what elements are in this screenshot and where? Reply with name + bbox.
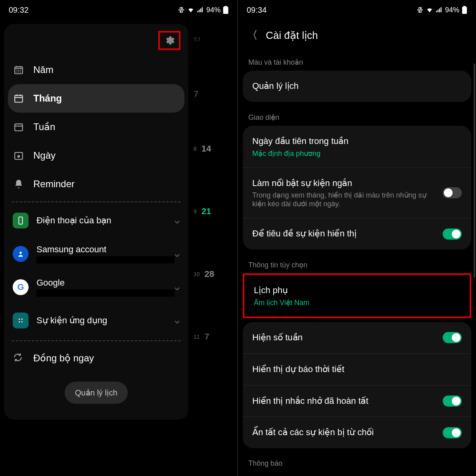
calendar-year-icon [13, 64, 25, 76]
svg-rect-0 [223, 7, 228, 14]
battery-icon [223, 6, 228, 14]
wifi-icon [426, 6, 433, 13]
chevron-down-icon: ⌵ [175, 282, 180, 292]
calendar-day-icon [13, 150, 25, 161]
setting-alt-calendar[interactable]: Lịch phụ Âm lịch Việt Nam [244, 275, 470, 317]
setting-week-number[interactable]: Hiện số tuần [243, 322, 471, 354]
sync-now[interactable]: Đồng bộ ngay [4, 343, 188, 374]
setting-first-day[interactable]: Ngày đầu tiên trong tuần Mặc định địa ph… [243, 126, 471, 168]
signal-icon [197, 6, 204, 13]
view-month[interactable]: Tháng [8, 84, 184, 113]
view-day[interactable]: Ngày [4, 141, 188, 170]
battery-percent: 94% [206, 6, 221, 14]
section-ui: Giao diện [238, 106, 476, 126]
account-google-redacted [36, 290, 175, 297]
toggle-short-events[interactable] [443, 187, 462, 198]
view-day-label: Ngày [33, 150, 56, 161]
setting-manage-calendar[interactable]: Quản lý lịch [243, 71, 471, 102]
back-icon[interactable]: 〈 [247, 28, 258, 43]
chevron-down-icon: ⌵ [175, 249, 180, 259]
account-phone[interactable]: Điện thoại của bạn ⌵ [4, 204, 188, 237]
toggle-completed[interactable] [443, 395, 462, 407]
section-optional: Thông tin tùy chọn [238, 253, 476, 273]
toggle-week-number[interactable] [443, 332, 462, 343]
google-icon: G [13, 279, 29, 295]
battery-percent: 94% [445, 6, 459, 14]
phone-icon [13, 213, 29, 228]
samsung-icon [13, 246, 29, 262]
calendar-month-icon [13, 92, 25, 104]
account-samsung-label: Samsung account [36, 244, 175, 255]
drawer-panel: Năm Tháng Tuần Ngày Reminder Điện thoại … [4, 24, 188, 420]
svg-point-6 [18, 155, 19, 157]
svg-rect-1 [225, 6, 227, 7]
setting-show-titles[interactable]: Để tiêu đề sự kiện hiển thị [243, 218, 471, 250]
sync-now-label: Đồng bộ ngay [33, 353, 94, 364]
calendar-week-icon [13, 121, 25, 133]
status-icons: 94% [178, 6, 228, 14]
account-google-label: Google [36, 278, 175, 288]
bell-icon [13, 178, 25, 190]
svg-rect-4 [15, 124, 23, 131]
svg-point-11 [19, 321, 20, 322]
account-samsung[interactable]: Samsung account ⌵ [4, 237, 188, 271]
account-apps[interactable]: Sự kiện ứng dụng ⌵ [4, 304, 188, 337]
account-samsung-redacted [36, 256, 175, 263]
toggle-show-titles[interactable] [443, 228, 462, 240]
status-bar: 09:34 94% [238, 0, 476, 20]
divider [12, 202, 180, 202]
setting-weather[interactable]: Hiển thị dự báo thời tiết [243, 354, 471, 386]
account-phone-label: Điện thoại của bạn [36, 215, 175, 226]
wifi-icon [187, 6, 194, 13]
setting-short-events[interactable]: Làm nổi bật sự kiện ngắn Trong dạng xem … [243, 168, 471, 219]
view-year-label: Năm [33, 64, 54, 75]
view-reminder[interactable]: Reminder [4, 170, 188, 198]
manage-calendar-button[interactable]: Quản lý lịch [65, 382, 128, 404]
svg-point-10 [21, 319, 23, 320]
chevron-down-icon: ⌵ [175, 315, 180, 326]
chevron-down-icon: ⌵ [175, 215, 180, 226]
svg-rect-7 [19, 217, 22, 224]
setting-completed-reminders[interactable]: Hiển thị nhắc nhở đã hoàn tất [243, 386, 471, 417]
status-time: 09:34 [247, 6, 267, 15]
svg-point-12 [21, 321, 23, 322]
gear-icon[interactable] [164, 35, 175, 46]
battery-icon [462, 6, 467, 14]
svg-rect-3 [15, 95, 23, 102]
status-bar: 09:32 94% [0, 0, 237, 20]
view-reminder-label: Reminder [33, 178, 75, 190]
svg-point-9 [19, 319, 20, 320]
calendar-background: T.7 7 814 921 1028 117 [190, 24, 233, 352]
vibrate-icon [416, 6, 424, 13]
svg-point-8 [19, 252, 22, 254]
svg-rect-14 [463, 6, 466, 7]
account-apps-label: Sự kiện ứng dụng [36, 315, 175, 326]
view-week-label: Tuần [33, 121, 55, 132]
settings-highlight [158, 31, 180, 50]
account-google[interactable]: G Google ⌵ [4, 271, 188, 304]
svg-rect-13 [462, 7, 467, 14]
view-year[interactable]: Năm [4, 56, 188, 84]
apps-icon [13, 313, 29, 328]
calendar-drawer-screen: 09:32 94% T.7 7 814 921 1028 117 Năm [0, 0, 238, 476]
sync-icon [13, 352, 25, 364]
settings-title: Cài đặt lịch [266, 29, 318, 42]
signal-icon [436, 6, 443, 13]
settings-header: 〈 Cài đặt lịch [238, 20, 476, 51]
scrollbar[interactable] [474, 63, 475, 278]
status-icons: 94% [416, 6, 467, 14]
section-color: Màu và tài khoản [238, 51, 476, 71]
section-notif: Thông báo [238, 452, 476, 472]
setting-hide-declined[interactable]: Ẩn tất cả các sự kiện bị từ chối [243, 417, 471, 448]
alt-calendar-highlight: Lịch phụ Âm lịch Việt Nam [243, 273, 471, 318]
view-week[interactable]: Tuần [4, 113, 188, 141]
view-month-label: Tháng [33, 93, 62, 104]
status-time: 09:32 [9, 6, 29, 15]
calendar-settings-screen: 09:34 94% 〈 Cài đặt lịch Màu và tài khoả… [238, 0, 476, 476]
divider [12, 340, 180, 341]
vibrate-icon [178, 6, 185, 13]
toggle-declined[interactable] [443, 427, 462, 438]
